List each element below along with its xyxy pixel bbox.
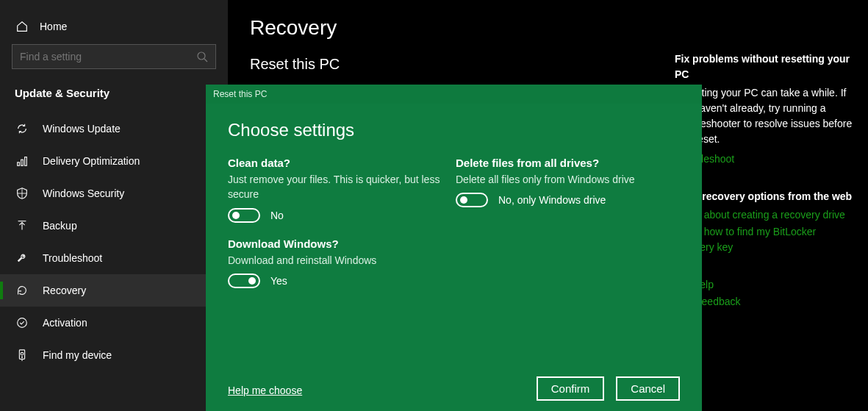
help-me-choose-link[interactable]: Help me choose	[228, 385, 302, 396]
home-icon	[15, 19, 29, 34]
search-icon	[196, 51, 208, 62]
sidebar-item-label: Find my device	[43, 349, 112, 361]
sidebar-item-label: Recovery	[43, 285, 86, 296]
location-icon	[15, 348, 29, 362]
svg-rect-1	[18, 162, 20, 166]
section-title: Update & Security	[0, 82, 228, 112]
download-windows-desc: Download and reinstall Windows	[228, 253, 448, 268]
sidebar-item-backup[interactable]: Backup	[0, 210, 228, 242]
nav-list: Windows Update Delivery Optimization Win…	[0, 112, 228, 371]
dialog-heading: Choose settings	[228, 120, 680, 140]
sidebar-item-label: Troubleshoot	[43, 252, 102, 264]
sidebar-item-label: Windows Security	[43, 187, 124, 199]
sidebar-item-troubleshoot[interactable]: Troubleshoot	[0, 242, 228, 274]
download-windows-title: Download Windows?	[228, 237, 448, 250]
settings-sidebar: Home Update & Security Windows Update	[0, 0, 228, 411]
search-input[interactable]	[20, 51, 196, 62]
search-box[interactable]	[12, 44, 216, 69]
dialog-title-bar: Reset this PC	[206, 85, 702, 104]
activation-icon	[15, 315, 29, 330]
sidebar-item-label: Activation	[43, 317, 87, 329]
svg-rect-3	[25, 157, 27, 166]
wrench-icon	[15, 251, 29, 265]
svg-point-0	[198, 52, 205, 60]
recovery-icon	[15, 283, 29, 298]
sidebar-item-label: Backup	[43, 220, 77, 232]
page-title: Recovery	[250, 16, 846, 40]
sidebar-item-label: Delivery Optimization	[43, 155, 140, 167]
delete-drives-toggle[interactable]	[456, 193, 488, 207]
right-group1-title: Fix problems without resetting your PC	[675, 51, 855, 82]
svg-rect-2	[21, 160, 24, 165]
sidebar-item-windows-update[interactable]: Windows Update	[0, 112, 228, 145]
download-windows-toggle[interactable]	[228, 274, 260, 288]
clean-data-desc: Just remove your files. This is quicker,…	[228, 172, 448, 202]
sidebar-item-label: Windows Update	[43, 123, 121, 135]
clean-data-value: No	[270, 210, 284, 221]
sidebar-item-windows-security[interactable]: Windows Security	[0, 177, 228, 210]
confirm-button[interactable]: Confirm	[537, 376, 605, 401]
delete-drives-desc: Delete all files only from Windows drive	[456, 172, 680, 187]
backup-icon	[15, 218, 29, 233]
svg-point-7	[21, 352, 24, 355]
home-label: Home	[40, 21, 67, 32]
delete-drives-value: No, only Windows drive	[498, 194, 606, 206]
reset-pc-dialog: Reset this PC Choose settings Clean data…	[206, 85, 702, 411]
svg-point-4	[18, 318, 27, 328]
home-nav[interactable]: Home	[0, 12, 228, 44]
sidebar-item-activation[interactable]: Activation	[0, 307, 228, 339]
clean-data-title: Clean data?	[228, 157, 448, 169]
shield-icon	[15, 186, 29, 201]
delete-drives-title: Delete files from all drives?	[456, 157, 680, 169]
sidebar-item-find-my-device[interactable]: Find my device	[0, 339, 228, 371]
download-windows-value: Yes	[270, 275, 287, 287]
sync-icon	[15, 121, 29, 136]
sidebar-item-delivery-optimization[interactable]: Delivery Optimization	[0, 145, 228, 177]
clean-data-toggle[interactable]	[228, 208, 260, 223]
optimization-icon	[15, 154, 29, 168]
svg-point-6	[21, 357, 22, 357]
sidebar-item-recovery[interactable]: Recovery	[0, 274, 228, 307]
cancel-button[interactable]: Cancel	[616, 376, 680, 401]
